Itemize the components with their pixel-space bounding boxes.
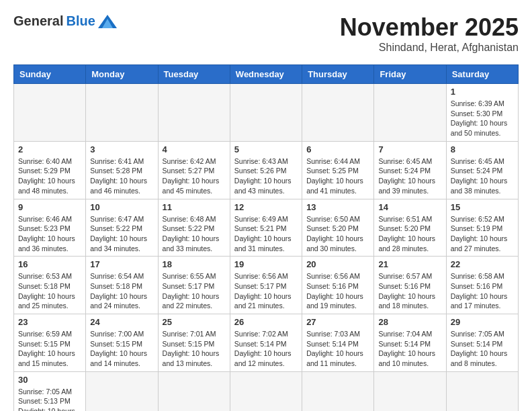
week-row-6: 30Sunrise: 7:05 AM Sunset: 5:13 PM Dayli… [14, 371, 519, 411]
day-number: 1 [451, 87, 514, 97]
location-subtitle: Shindand, Herat, Afghanistan [340, 42, 519, 54]
month-title: November 2025 [340, 13, 519, 42]
day-header-monday: Monday [86, 65, 158, 84]
day-number: 2 [18, 144, 81, 154]
day-number: 11 [163, 202, 226, 212]
day-number: 15 [451, 202, 514, 212]
day-number: 28 [378, 317, 441, 327]
day-info: Sunrise: 7:00 AM Sunset: 5:15 PM Dayligh… [90, 329, 153, 369]
day-info: Sunrise: 6:43 AM Sunset: 5:26 PM Dayligh… [234, 156, 298, 196]
calendar-cell: 17Sunrise: 6:54 AM Sunset: 5:18 PM Dayli… [86, 257, 158, 314]
day-info: Sunrise: 6:58 AM Sunset: 5:16 PM Dayligh… [451, 271, 514, 311]
day-info: Sunrise: 6:49 AM Sunset: 5:21 PM Dayligh… [234, 214, 298, 254]
logo: General Blue [13, 13, 117, 29]
day-header-sunday: Sunday [14, 65, 86, 84]
calendar-cell: 16Sunrise: 6:53 AM Sunset: 5:18 PM Dayli… [14, 257, 86, 314]
calendar-cell: 9Sunrise: 6:46 AM Sunset: 5:23 PM Daylig… [14, 199, 86, 257]
day-number: 4 [163, 144, 226, 154]
calendar-cell: 11Sunrise: 6:48 AM Sunset: 5:22 PM Dayli… [158, 199, 230, 257]
calendar-cell: 1Sunrise: 6:39 AM Sunset: 5:30 PM Daylig… [446, 84, 518, 142]
calendar-cell: 21Sunrise: 6:57 AM Sunset: 5:16 PM Dayli… [374, 257, 446, 314]
logo-icon [98, 15, 117, 28]
day-number: 14 [378, 202, 441, 212]
day-number: 19 [234, 259, 298, 269]
day-info: Sunrise: 7:04 AM Sunset: 5:14 PM Dayligh… [378, 329, 441, 369]
calendar-cell: 23Sunrise: 6:59 AM Sunset: 5:15 PM Dayli… [14, 314, 86, 372]
calendar-cell: 12Sunrise: 6:49 AM Sunset: 5:21 PM Dayli… [230, 199, 302, 257]
calendar-cell [302, 371, 374, 411]
day-number: 9 [18, 202, 81, 212]
calendar-cell [302, 84, 374, 142]
day-info: Sunrise: 6:39 AM Sunset: 5:30 PM Dayligh… [451, 99, 514, 138]
day-number: 20 [306, 259, 369, 269]
calendar-cell: 18Sunrise: 6:55 AM Sunset: 5:17 PM Dayli… [158, 257, 230, 314]
day-info: Sunrise: 6:41 AM Sunset: 5:28 PM Dayligh… [90, 156, 153, 196]
calendar-cell [158, 371, 230, 411]
day-info: Sunrise: 6:44 AM Sunset: 5:25 PM Dayligh… [306, 156, 369, 196]
day-info: Sunrise: 6:59 AM Sunset: 5:15 PM Dayligh… [18, 329, 81, 369]
calendar-cell [374, 371, 446, 411]
calendar-cell: 24Sunrise: 7:00 AM Sunset: 5:15 PM Dayli… [86, 314, 158, 372]
day-number: 7 [378, 144, 441, 154]
calendar-cell: 26Sunrise: 7:02 AM Sunset: 5:14 PM Dayli… [230, 314, 302, 372]
day-header-thursday: Thursday [302, 65, 374, 84]
calendar-cell [230, 84, 302, 142]
day-header-wednesday: Wednesday [230, 65, 302, 84]
day-number: 10 [90, 202, 153, 212]
day-number: 6 [306, 144, 369, 154]
day-info: Sunrise: 6:50 AM Sunset: 5:20 PM Dayligh… [306, 214, 369, 254]
day-number: 5 [234, 144, 298, 154]
week-row-2: 2Sunrise: 6:40 AM Sunset: 5:29 PM Daylig… [14, 141, 519, 199]
day-info: Sunrise: 6:48 AM Sunset: 5:22 PM Dayligh… [163, 214, 226, 254]
day-number: 22 [451, 259, 514, 269]
calendar-cell: 25Sunrise: 7:01 AM Sunset: 5:15 PM Dayli… [158, 314, 230, 372]
day-number: 29 [451, 317, 514, 327]
logo-blue-text: Blue [66, 13, 95, 29]
day-info: Sunrise: 6:56 AM Sunset: 5:16 PM Dayligh… [306, 271, 369, 311]
day-info: Sunrise: 6:46 AM Sunset: 5:23 PM Dayligh… [18, 214, 81, 254]
calendar-cell [158, 84, 230, 142]
calendar-cell: 20Sunrise: 6:56 AM Sunset: 5:16 PM Dayli… [302, 257, 374, 314]
day-number: 17 [90, 259, 153, 269]
calendar-cell: 10Sunrise: 6:47 AM Sunset: 5:22 PM Dayli… [86, 199, 158, 257]
calendar-cell: 6Sunrise: 6:44 AM Sunset: 5:25 PM Daylig… [302, 141, 374, 199]
day-info: Sunrise: 6:57 AM Sunset: 5:16 PM Dayligh… [378, 271, 441, 311]
calendar-cell [86, 84, 158, 142]
calendar-header-row: SundayMondayTuesdayWednesdayThursdayFrid… [14, 65, 519, 84]
calendar-cell: 3Sunrise: 6:41 AM Sunset: 5:28 PM Daylig… [86, 141, 158, 199]
day-info: Sunrise: 7:05 AM Sunset: 5:13 PM Dayligh… [18, 387, 81, 411]
day-info: Sunrise: 6:55 AM Sunset: 5:17 PM Dayligh… [163, 271, 226, 311]
day-number: 3 [90, 144, 153, 154]
week-row-3: 9Sunrise: 6:46 AM Sunset: 5:23 PM Daylig… [14, 199, 519, 257]
calendar-table: SundayMondayTuesdayWednesdayThursdayFrid… [13, 64, 519, 411]
calendar-cell: 22Sunrise: 6:58 AM Sunset: 5:16 PM Dayli… [446, 257, 518, 314]
calendar-cell: 27Sunrise: 7:03 AM Sunset: 5:14 PM Dayli… [302, 314, 374, 372]
week-row-1: 1Sunrise: 6:39 AM Sunset: 5:30 PM Daylig… [14, 84, 519, 142]
day-number: 21 [378, 259, 441, 269]
day-number: 24 [90, 317, 153, 327]
calendar-cell: 29Sunrise: 7:05 AM Sunset: 5:14 PM Dayli… [446, 314, 518, 372]
day-header-saturday: Saturday [446, 65, 518, 84]
calendar-cell [374, 84, 446, 142]
day-number: 25 [163, 317, 226, 327]
day-number: 8 [451, 144, 514, 154]
day-info: Sunrise: 6:42 AM Sunset: 5:27 PM Dayligh… [163, 156, 226, 196]
day-info: Sunrise: 6:56 AM Sunset: 5:17 PM Dayligh… [234, 271, 298, 311]
day-info: Sunrise: 6:52 AM Sunset: 5:19 PM Dayligh… [451, 214, 514, 254]
day-number: 16 [18, 259, 81, 269]
calendar-cell: 30Sunrise: 7:05 AM Sunset: 5:13 PM Dayli… [14, 371, 86, 411]
calendar-cell: 15Sunrise: 6:52 AM Sunset: 5:19 PM Dayli… [446, 199, 518, 257]
logo-general-text: General [13, 13, 63, 29]
calendar-cell: 28Sunrise: 7:04 AM Sunset: 5:14 PM Dayli… [374, 314, 446, 372]
title-block: November 2025 Shindand, Herat, Afghanist… [340, 13, 519, 54]
day-header-friday: Friday [374, 65, 446, 84]
day-number: 26 [234, 317, 298, 327]
day-info: Sunrise: 6:51 AM Sunset: 5:20 PM Dayligh… [378, 214, 441, 254]
day-info: Sunrise: 7:01 AM Sunset: 5:15 PM Dayligh… [163, 329, 226, 369]
calendar-cell: 14Sunrise: 6:51 AM Sunset: 5:20 PM Dayli… [374, 199, 446, 257]
week-row-4: 16Sunrise: 6:53 AM Sunset: 5:18 PM Dayli… [14, 257, 519, 314]
day-number: 18 [163, 259, 226, 269]
day-header-tuesday: Tuesday [158, 65, 230, 84]
calendar-cell: 8Sunrise: 6:45 AM Sunset: 5:24 PM Daylig… [446, 141, 518, 199]
day-info: Sunrise: 6:45 AM Sunset: 5:24 PM Dayligh… [451, 156, 514, 196]
